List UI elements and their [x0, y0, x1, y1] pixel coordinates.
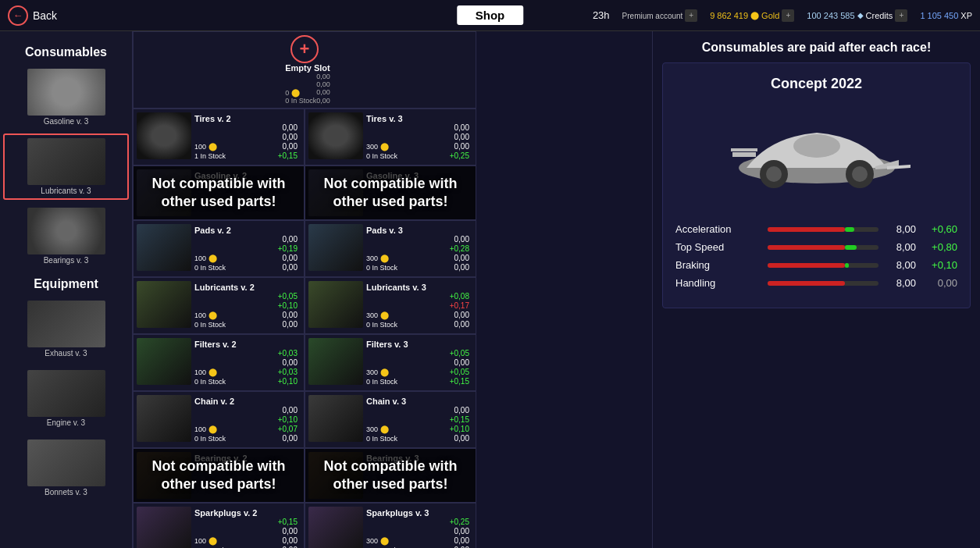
tires-v3-cell[interactable]: Tires v. 3 0,00 0,00 300 ⬤0,00 0 In Stoc…	[305, 109, 476, 165]
car-showcase: Concept 2022	[662, 62, 971, 308]
stat-acceleration-value: 8,00	[885, 223, 916, 235]
credits-diamond-icon: ◆	[857, 11, 864, 20]
equipment-title: Equipment	[0, 271, 132, 294]
credits-plus-button[interactable]: +	[895, 9, 907, 22]
sidebar-item-gasoline[interactable]: Gasoline v. 3	[3, 64, 129, 130]
stat-handling-bonus: 0,00	[922, 277, 957, 289]
bearings-v3-incompat: Not compatible withother used parts!	[305, 449, 476, 502]
bonnets-thumb	[27, 439, 105, 486]
stat-topspeed-bonus: +0,80	[922, 241, 957, 253]
gasoline-thumb	[27, 69, 105, 116]
lubricants-v3-cell[interactable]: Lubricants v. 3 +0,08 +0,17 300 ⬤0,00 0 …	[305, 277, 476, 334]
stat-braking-bar	[768, 263, 878, 268]
sidebar-exhaust-label: Exhaust v. 3	[45, 349, 87, 358]
premium-label: Premium account	[622, 11, 683, 20]
chain-v3-info: Chain v. 3 0,00 +0,15 300 ⬤+0,10 0 In St…	[363, 395, 472, 444]
gasoline-v2-incompat: Not compatible withother used parts!	[134, 166, 304, 219]
stat-handling-label: Handling	[675, 277, 761, 289]
shop-grid: + Empty Slot 0,00 0,00 0 ⬤0,00 0 In Stoc…	[133, 31, 652, 548]
bearings-v2-cell[interactable]: Bearings v. 2 Not compatible withother u…	[133, 448, 305, 503]
chain-v2-thumb	[137, 395, 191, 442]
lubricants-thumb	[27, 138, 105, 185]
sidebar-item-bonnets[interactable]: Bonnets v. 3	[3, 435, 129, 501]
svg-point-5	[766, 166, 782, 182]
filters-v3-info: Filters v. 3 +0,05 0,00 300 ⬤+0,05 0 In …	[363, 338, 472, 387]
sparkplugs-v3-info: Sparkplugs v. 3 +0,25 0,00 300 ⬤0,00 0 I…	[363, 507, 472, 548]
stat-topspeed-label: Top Speed	[675, 241, 761, 253]
chain-row: Chain v. 2 0,00 +0,10 100 ⬤+0,07 0 In St…	[133, 391, 652, 448]
chain-v3-cell[interactable]: Chain v. 3 0,00 +0,15 300 ⬤+0,10 0 In St…	[305, 391, 476, 448]
stat-braking-bonus: +0,10	[922, 259, 957, 271]
lubricants-v2-thumb	[137, 281, 191, 328]
pads-v3-cell[interactable]: Pads v. 3 0,00 +0,28 300 ⬤0,00 0 In Stoc…	[305, 220, 476, 277]
gasoline-v3-cell[interactable]: Gasoline v. 3 Not compatible withother u…	[305, 165, 476, 220]
sidebar-item-bearings[interactable]: Bearings v. 3	[3, 203, 129, 269]
stat-topspeed: Top Speed 8,00 +0,80	[675, 241, 957, 253]
pads-row: Pads v. 2 0,00 +0,19 100 ⬤0,00 0 In Stoc…	[133, 220, 652, 277]
filters-v3-cell[interactable]: Filters v. 3 +0,05 0,00 300 ⬤+0,05 0 In …	[305, 334, 476, 391]
filters-v2-info: Filters v. 2 +0,03 0,00 100 ⬤+0,03 0 In …	[191, 338, 301, 387]
sparkplugs-v2-info: Sparkplugs v. 2 +0,15 0,00 100 ⬤0,00 0 I…	[191, 507, 301, 548]
empty-slot-cell[interactable]: + Empty Slot 0,00 0,00 0 ⬤0,00 0 In Stoc…	[133, 31, 476, 109]
car-name: Concept 2022	[771, 76, 862, 92]
sidebar-item-engine[interactable]: Engine v. 3	[3, 365, 129, 432]
stat-acceleration-label: Acceleration	[675, 223, 761, 235]
gold-plus-button[interactable]: +	[782, 9, 794, 22]
sidebar-bonnets-label: Bonnets v. 3	[45, 488, 87, 496]
bearings-thumb	[27, 208, 105, 254]
sidebar-lubricants-label: Lubricants v. 3	[41, 187, 91, 195]
sidebar-item-exhaust[interactable]: Exhaust v. 3	[3, 296, 129, 362]
stat-braking: Braking 8,00 +0,10	[675, 259, 957, 271]
engine-thumb	[27, 370, 105, 417]
shop-button[interactable]: Shop	[457, 5, 524, 25]
tires-v3-name: Tires v. 3	[366, 114, 469, 123]
svg-point-7	[852, 166, 868, 182]
tires-v3-info: Tires v. 3 0,00 0,00 300 ⬤0,00 0 In Stoc…	[363, 112, 472, 162]
lubricants-v2-cell[interactable]: Lubricants v. 2 +0,05 +0,10 100 ⬤0,00 0 …	[133, 277, 305, 334]
stat-handling-value: 8,00	[885, 277, 916, 289]
credits-amount: 100 243 585	[807, 11, 854, 20]
stat-handling-bar	[768, 281, 878, 286]
back-button[interactable]: ← Back	[8, 5, 57, 26]
empty-slot-name: Empty Slot	[285, 63, 330, 73]
panel-headline: Consumables are paid after each race!	[662, 41, 971, 55]
premium-plus-button[interactable]: +	[685, 9, 697, 22]
filters-v2-cell[interactable]: Filters v. 2 +0,03 0,00 100 ⬤+0,03 0 In …	[133, 334, 305, 391]
car-svg	[723, 105, 911, 207]
tires-v2-cell[interactable]: Tires v. 2 0,00 0,00 100 ⬤0,00 1 In Stoc…	[133, 109, 305, 165]
chain-v2-cell[interactable]: Chain v. 2 0,00 +0,10 100 ⬤+0,07 0 In St…	[133, 391, 305, 448]
credits-label: Credits	[866, 11, 893, 20]
pads-v3-thumb	[308, 224, 363, 271]
credits-section: 100 243 585 ◆ Credits +	[807, 9, 907, 22]
sidebar-gasoline-label: Gasoline v. 3	[44, 117, 89, 126]
svg-rect-3	[731, 148, 757, 151]
pads-v2-thumb	[137, 224, 191, 271]
car-image	[715, 101, 918, 211]
lubricants-v3-info: Lubricants v. 3 +0,08 +0,17 300 ⬤0,00 0 …	[363, 281, 472, 330]
sparkplugs-v2-thumb	[137, 507, 191, 548]
gasoline-v2-cell[interactable]: Gasoline v. 2 Not compatible withother u…	[133, 165, 305, 220]
filters-v3-thumb	[308, 338, 363, 385]
consumables-title: Consumables	[0, 39, 132, 62]
xp-amount: 1 105 450	[920, 11, 958, 20]
sparkplugs-v3-thumb	[308, 507, 363, 548]
stat-braking-value: 8,00	[885, 259, 916, 271]
sparkplugs-v2-cell[interactable]: Sparkplugs v. 2 +0,15 0,00 100 ⬤0,00 0 I…	[133, 503, 305, 548]
bearings-row: Bearings v. 2 Not compatible withother u…	[133, 448, 652, 503]
stat-handling: Handling 8,00 0,00	[675, 277, 957, 289]
back-label: Back	[33, 9, 57, 22]
gold-amount: 9 862 419	[710, 11, 748, 20]
tires-row: Tires v. 2 0,00 0,00 100 ⬤0,00 1 In Stoc…	[133, 109, 652, 165]
xp-section: 1 105 450 XP	[920, 11, 972, 20]
right-panel: Consumables are paid after each race! Co…	[652, 31, 980, 548]
pads-v2-cell[interactable]: Pads v. 2 0,00 +0,19 100 ⬤0,00 0 In Stoc…	[133, 220, 305, 277]
chain-v3-thumb	[308, 395, 363, 442]
left-sidebar: Consumables Gasoline v. 3 Lubricants v. …	[0, 31, 133, 548]
stat-topspeed-value: 8,00	[885, 241, 916, 253]
topbar-right: 23h Premium account + 9 862 419 ⬤ Gold +…	[593, 9, 972, 22]
lubricants-row: Lubricants v. 2 +0,05 +0,10 100 ⬤0,00 0 …	[133, 277, 652, 334]
sidebar-item-lubricants[interactable]: Lubricants v. 3	[3, 133, 129, 200]
topbar: ← Back Shop 23h Premium account + 9 862 …	[0, 0, 980, 31]
bearings-v3-cell[interactable]: Bearings v. 3 Not compatible withother u…	[305, 448, 476, 503]
sparkplugs-v3-cell[interactable]: Sparkplugs v. 3 +0,25 0,00 300 ⬤0,00 0 I…	[305, 503, 476, 548]
